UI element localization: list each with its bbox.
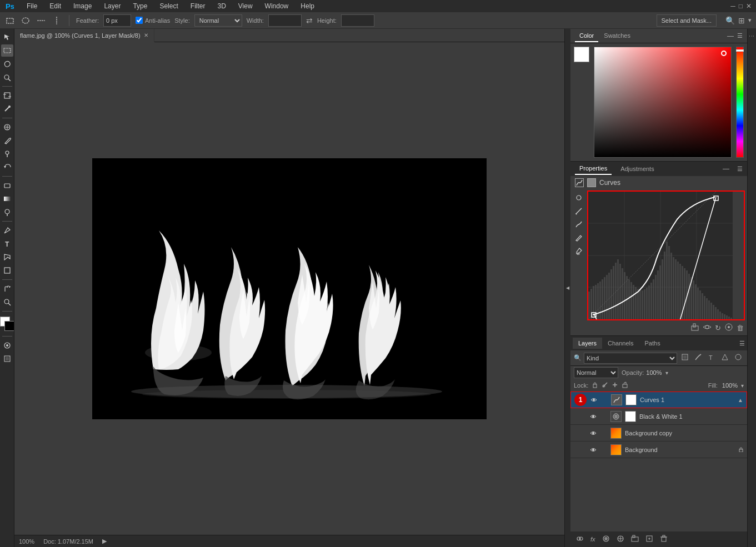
style-select[interactable]: Normal Fixed Ratio Fixed Size <box>194 14 242 27</box>
blend-mode-select[interactable]: Normal Multiply Screen Overlay <box>574 367 618 378</box>
color-gradient-box[interactable] <box>594 47 732 158</box>
fg-swatch[interactable] <box>574 47 589 62</box>
link-layers-btn[interactable] <box>574 534 586 545</box>
delete-layer-btn[interactable] <box>658 534 670 545</box>
healing-tool[interactable] <box>1 121 13 133</box>
lock-transparency-btn[interactable] <box>592 382 598 389</box>
menu-window[interactable]: Window <box>263 1 291 11</box>
width-input[interactable] <box>268 14 302 27</box>
curves-graph[interactable] <box>588 192 733 319</box>
tab-layers[interactable]: Layers <box>573 338 602 349</box>
tab-color[interactable]: Color <box>575 30 598 42</box>
opacity-dropdown-icon[interactable]: ▾ <box>665 370 668 376</box>
menu-select[interactable]: Select <box>157 1 180 11</box>
hue-slider[interactable] <box>736 47 744 158</box>
layers-menu-btn[interactable]: ☰ <box>739 340 745 347</box>
layer-eye-bg[interactable] <box>589 446 597 454</box>
curves-pen-tool[interactable] <box>573 232 585 244</box>
menu-type[interactable]: Type <box>131 1 149 11</box>
menu-edit[interactable]: Edit <box>47 1 63 11</box>
fill-value[interactable]: 100% <box>722 382 738 389</box>
menu-file[interactable]: File <box>24 1 39 11</box>
lasso-tool[interactable] <box>1 58 13 70</box>
curves-panel[interactable] <box>587 190 745 320</box>
panel-options-icon[interactable]: ⋮ <box>749 33 755 39</box>
delete-adjustment-icon[interactable]: 🗑 <box>737 324 744 332</box>
smartobj-filter-icon[interactable] <box>733 352 744 364</box>
brush-tool[interactable] <box>1 134 13 147</box>
minimize-btn[interactable]: ─ <box>730 2 735 10</box>
layer-eye-bw1[interactable] <box>589 413 597 420</box>
fx-btn[interactable]: fx <box>588 535 598 544</box>
color-swatches[interactable] <box>0 317 14 331</box>
single-col-icon[interactable] <box>51 15 62 26</box>
pixel-filter-icon[interactable] <box>679 352 690 364</box>
single-row-icon[interactable] <box>36 15 47 26</box>
type-tool[interactable]: T <box>1 238 13 250</box>
menu-3d[interactable]: 3D <box>215 1 228 11</box>
select-mask-button[interactable]: Select and Mask... <box>657 14 717 27</box>
curves-smooth-tool[interactable] <box>573 218 585 230</box>
document-tab[interactable]: flame.jpg @ 100% (Curves 1, Layer Mask/8… <box>14 29 154 42</box>
layer-row-bw1[interactable]: Black & White 1 <box>570 408 747 425</box>
crop-tool[interactable] <box>1 89 13 102</box>
dodge-tool[interactable] <box>1 206 13 218</box>
panel-menu-btn[interactable]: ☰ <box>737 32 743 39</box>
quick-select-tool[interactable] <box>1 71 13 83</box>
layer-row-bg[interactable]: Background <box>570 441 747 458</box>
bg-color[interactable] <box>4 321 14 331</box>
layer-eye-curves1[interactable] <box>590 396 598 404</box>
marquee-tool[interactable] <box>1 44 13 57</box>
search-icon[interactable]: 🔍 <box>725 16 735 25</box>
tab-adjustments[interactable]: Adjustments <box>616 163 659 174</box>
lock-all-btn[interactable] <box>622 382 628 389</box>
curves-pencil-sample[interactable] <box>573 205 585 217</box>
history-brush-tool[interactable] <box>1 161 13 173</box>
layer-expand-icon[interactable]: ▲ <box>738 397 743 403</box>
properties-menu-btn[interactable]: ☰ <box>737 165 743 173</box>
maximize-btn[interactable]: □ <box>739 2 743 10</box>
curves-select-tool[interactable] <box>573 192 585 204</box>
swap-wh-icon[interactable]: ⇄ <box>306 16 313 25</box>
panel-layout-icon[interactable]: ⊞ <box>738 16 745 25</box>
menu-help[interactable]: Help <box>298 1 317 11</box>
panel-minimize-btn[interactable]: — <box>727 32 734 40</box>
clone-stamp-tool[interactable] <box>1 148 13 160</box>
hand-tool[interactable] <box>1 283 13 295</box>
shape-filter-icon[interactable] <box>719 352 730 364</box>
opacity-value[interactable]: 100% <box>646 369 662 376</box>
properties-minimize[interactable]: — <box>723 165 729 173</box>
add-mask-btn[interactable] <box>600 534 612 545</box>
zoom-tool[interactable] <box>1 296 13 308</box>
type-filter-icon[interactable]: T <box>706 352 717 364</box>
menu-view[interactable]: View <box>236 1 255 11</box>
menu-image[interactable]: Image <box>71 1 94 11</box>
eraser-tool[interactable] <box>1 179 13 192</box>
visibility-toggle-icon[interactable] <box>703 323 712 333</box>
tab-close-btn[interactable]: ✕ <box>144 32 148 38</box>
close-btn[interactable]: ✕ <box>746 2 752 10</box>
fill-dropdown-icon[interactable]: ▾ <box>741 383 744 389</box>
tab-channels[interactable]: Channels <box>602 338 639 349</box>
curves-eyedrop-tool[interactable] <box>573 245 585 257</box>
new-layer-btn[interactable] <box>643 534 655 545</box>
anti-alias-checkbox[interactable] <box>136 17 143 24</box>
add-adjustment-btn[interactable] <box>614 534 627 545</box>
layer-row-bgcopy[interactable]: Background copy <box>570 425 747 441</box>
feather-input[interactable] <box>103 14 131 27</box>
layer-eye-bgcopy[interactable] <box>589 429 597 437</box>
gradient-tool[interactable] <box>1 193 13 205</box>
layer-row-curves1[interactable]: 1 Curves 1 ▲ <box>570 392 747 408</box>
tab-paths[interactable]: Paths <box>639 338 666 349</box>
collapse-icon[interactable]: ▾ <box>748 17 752 24</box>
lock-position-btn[interactable] <box>612 382 618 389</box>
path-selection-tool[interactable] <box>1 251 13 263</box>
screen-mode-icon[interactable] <box>1 353 13 365</box>
quick-mask-icon[interactable] <box>1 339 13 352</box>
auto-icon[interactable] <box>690 323 699 333</box>
group-layers-btn[interactable] <box>629 534 641 545</box>
move-tool[interactable] <box>1 31 13 43</box>
menu-filter[interactable]: Filter <box>188 1 208 11</box>
shape-tool[interactable] <box>1 264 13 277</box>
menu-layer[interactable]: Layer <box>102 1 123 11</box>
